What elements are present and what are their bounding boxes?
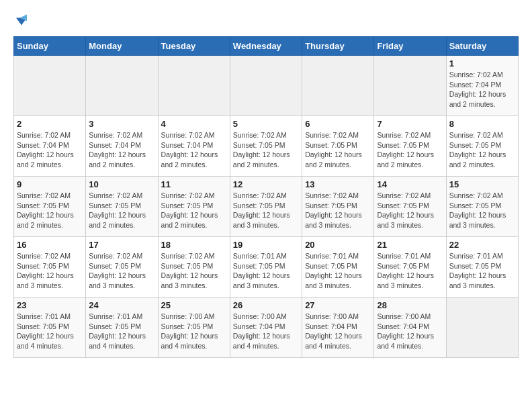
day-number: 16: [17, 240, 83, 250]
calendar-cell: 25Sunrise: 7:00 AM Sunset: 7:05 PM Dayli…: [158, 298, 230, 358]
logo: [13, 13, 32, 30]
day-number: 27: [305, 300, 371, 310]
calendar-header: SundayMondayTuesdayWednesdayThursdayFrid…: [14, 37, 519, 56]
calendar-table: SundayMondayTuesdayWednesdayThursdayFrid…: [13, 36, 519, 358]
calendar-cell: 14Sunrise: 7:02 AM Sunset: 7:05 PM Dayli…: [374, 177, 446, 237]
day-info: Sunrise: 7:02 AM Sunset: 7:05 PM Dayligh…: [161, 191, 227, 230]
calendar-cell: 2Sunrise: 7:02 AM Sunset: 7:04 PM Daylig…: [14, 116, 86, 177]
day-number: 6: [305, 119, 371, 129]
day-info: Sunrise: 7:01 AM Sunset: 7:05 PM Dayligh…: [377, 251, 443, 291]
day-number: 9: [17, 179, 83, 189]
day-number: 2: [17, 119, 83, 129]
day-info: Sunrise: 7:02 AM Sunset: 7:05 PM Dayligh…: [89, 191, 154, 230]
day-number: 24: [89, 300, 154, 310]
day-info: Sunrise: 7:00 AM Sunset: 7:05 PM Dayligh…: [161, 312, 227, 351]
day-info: Sunrise: 7:01 AM Sunset: 7:05 PM Dayligh…: [17, 312, 83, 351]
day-number: 5: [233, 119, 299, 129]
calendar-cell: 5Sunrise: 7:02 AM Sunset: 7:05 PM Daylig…: [230, 116, 302, 177]
calendar-cell: 17Sunrise: 7:02 AM Sunset: 7:05 PM Dayli…: [86, 237, 158, 298]
calendar-cell: 23Sunrise: 7:01 AM Sunset: 7:05 PM Dayli…: [14, 298, 86, 358]
calendar-cell: [302, 56, 374, 116]
calendar-cell: 24Sunrise: 7:01 AM Sunset: 7:05 PM Dayli…: [86, 298, 158, 358]
week-row-2: 2Sunrise: 7:02 AM Sunset: 7:04 PM Daylig…: [14, 116, 519, 177]
day-info: Sunrise: 7:02 AM Sunset: 7:05 PM Dayligh…: [449, 191, 515, 230]
calendar-cell: 13Sunrise: 7:02 AM Sunset: 7:05 PM Dayli…: [302, 177, 374, 237]
calendar-cell: [446, 298, 518, 358]
day-number: 10: [89, 179, 154, 189]
calendar-cell: 6Sunrise: 7:02 AM Sunset: 7:05 PM Daylig…: [302, 116, 374, 177]
calendar-cell: 8Sunrise: 7:02 AM Sunset: 7:05 PM Daylig…: [446, 116, 518, 177]
weekday-header-wednesday: Wednesday: [230, 37, 302, 56]
calendar-cell: 18Sunrise: 7:02 AM Sunset: 7:05 PM Dayli…: [158, 237, 230, 298]
weekday-header-monday: Monday: [86, 37, 158, 56]
day-info: Sunrise: 7:01 AM Sunset: 7:05 PM Dayligh…: [89, 312, 154, 351]
day-info: Sunrise: 7:02 AM Sunset: 7:05 PM Dayligh…: [233, 191, 299, 230]
calendar-cell: 20Sunrise: 7:01 AM Sunset: 7:05 PM Dayli…: [302, 237, 374, 298]
day-info: Sunrise: 7:01 AM Sunset: 7:05 PM Dayligh…: [233, 251, 299, 291]
day-number: 20: [305, 240, 371, 250]
calendar-cell: 3Sunrise: 7:02 AM Sunset: 7:04 PM Daylig…: [86, 116, 158, 177]
day-info: Sunrise: 7:02 AM Sunset: 7:05 PM Dayligh…: [305, 130, 371, 170]
calendar-cell: 19Sunrise: 7:01 AM Sunset: 7:05 PM Dayli…: [230, 237, 302, 298]
day-info: Sunrise: 7:02 AM Sunset: 7:05 PM Dayligh…: [449, 130, 515, 170]
calendar-cell: [14, 56, 86, 116]
calendar-cell: [86, 56, 158, 116]
day-number: 26: [233, 300, 299, 310]
calendar-cell: 16Sunrise: 7:02 AM Sunset: 7:05 PM Dayli…: [14, 237, 86, 298]
day-number: 13: [305, 179, 371, 189]
day-number: 22: [449, 240, 515, 250]
weekday-header-tuesday: Tuesday: [158, 37, 230, 56]
day-info: Sunrise: 7:02 AM Sunset: 7:05 PM Dayligh…: [233, 130, 299, 170]
calendar-body: 1Sunrise: 7:02 AM Sunset: 7:04 PM Daylig…: [14, 56, 519, 358]
calendar-cell: [374, 56, 446, 116]
calendar-cell: 1Sunrise: 7:02 AM Sunset: 7:04 PM Daylig…: [446, 56, 518, 116]
calendar-cell: 28Sunrise: 7:00 AM Sunset: 7:04 PM Dayli…: [374, 298, 446, 358]
day-info: Sunrise: 7:02 AM Sunset: 7:04 PM Dayligh…: [89, 130, 154, 170]
day-info: Sunrise: 7:02 AM Sunset: 7:04 PM Dayligh…: [161, 130, 227, 170]
calendar-cell: [158, 56, 230, 116]
day-info: Sunrise: 7:00 AM Sunset: 7:04 PM Dayligh…: [305, 312, 371, 351]
day-info: Sunrise: 7:02 AM Sunset: 7:05 PM Dayligh…: [17, 191, 83, 230]
calendar-cell: 26Sunrise: 7:00 AM Sunset: 7:04 PM Dayli…: [230, 298, 302, 358]
day-info: Sunrise: 7:01 AM Sunset: 7:05 PM Dayligh…: [449, 251, 515, 291]
day-info: Sunrise: 7:02 AM Sunset: 7:05 PM Dayligh…: [89, 251, 154, 291]
day-info: Sunrise: 7:02 AM Sunset: 7:05 PM Dayligh…: [161, 251, 227, 291]
day-info: Sunrise: 7:02 AM Sunset: 7:04 PM Dayligh…: [17, 130, 83, 170]
calendar-cell: 4Sunrise: 7:02 AM Sunset: 7:04 PM Daylig…: [158, 116, 230, 177]
logo-icon: [13, 13, 30, 30]
calendar-cell: [230, 56, 302, 116]
week-row-3: 9Sunrise: 7:02 AM Sunset: 7:05 PM Daylig…: [14, 177, 519, 237]
week-row-4: 16Sunrise: 7:02 AM Sunset: 7:05 PM Dayli…: [14, 237, 519, 298]
day-info: Sunrise: 7:02 AM Sunset: 7:05 PM Dayligh…: [305, 191, 371, 230]
page-header: [13, 13, 519, 30]
weekday-row: SundayMondayTuesdayWednesdayThursdayFrid…: [14, 37, 519, 56]
day-number: 18: [161, 240, 227, 250]
calendar-cell: 22Sunrise: 7:01 AM Sunset: 7:05 PM Dayli…: [446, 237, 518, 298]
day-number: 8: [449, 119, 515, 129]
day-number: 21: [377, 240, 443, 250]
day-number: 25: [161, 300, 227, 310]
day-info: Sunrise: 7:02 AM Sunset: 7:05 PM Dayligh…: [17, 251, 83, 291]
day-number: 23: [17, 300, 83, 310]
day-info: Sunrise: 7:02 AM Sunset: 7:04 PM Dayligh…: [449, 70, 515, 109]
weekday-header-sunday: Sunday: [14, 37, 86, 56]
calendar-cell: 27Sunrise: 7:00 AM Sunset: 7:04 PM Dayli…: [302, 298, 374, 358]
day-number: 28: [377, 300, 443, 310]
day-number: 4: [161, 119, 227, 129]
day-info: Sunrise: 7:00 AM Sunset: 7:04 PM Dayligh…: [233, 312, 299, 351]
calendar-cell: 12Sunrise: 7:02 AM Sunset: 7:05 PM Dayli…: [230, 177, 302, 237]
calendar-cell: 15Sunrise: 7:02 AM Sunset: 7:05 PM Dayli…: [446, 177, 518, 237]
weekday-header-friday: Friday: [374, 37, 446, 56]
weekday-header-saturday: Saturday: [446, 37, 518, 56]
weekday-header-thursday: Thursday: [302, 37, 374, 56]
day-number: 7: [377, 119, 443, 129]
calendar-cell: 11Sunrise: 7:02 AM Sunset: 7:05 PM Dayli…: [158, 177, 230, 237]
day-info: Sunrise: 7:00 AM Sunset: 7:04 PM Dayligh…: [377, 312, 443, 351]
day-info: Sunrise: 7:02 AM Sunset: 7:05 PM Dayligh…: [377, 130, 443, 170]
week-row-5: 23Sunrise: 7:01 AM Sunset: 7:05 PM Dayli…: [14, 298, 519, 358]
day-number: 11: [161, 179, 227, 189]
day-number: 3: [89, 119, 154, 129]
day-number: 12: [233, 179, 299, 189]
calendar-cell: 9Sunrise: 7:02 AM Sunset: 7:05 PM Daylig…: [14, 177, 86, 237]
day-info: Sunrise: 7:01 AM Sunset: 7:05 PM Dayligh…: [305, 251, 371, 291]
